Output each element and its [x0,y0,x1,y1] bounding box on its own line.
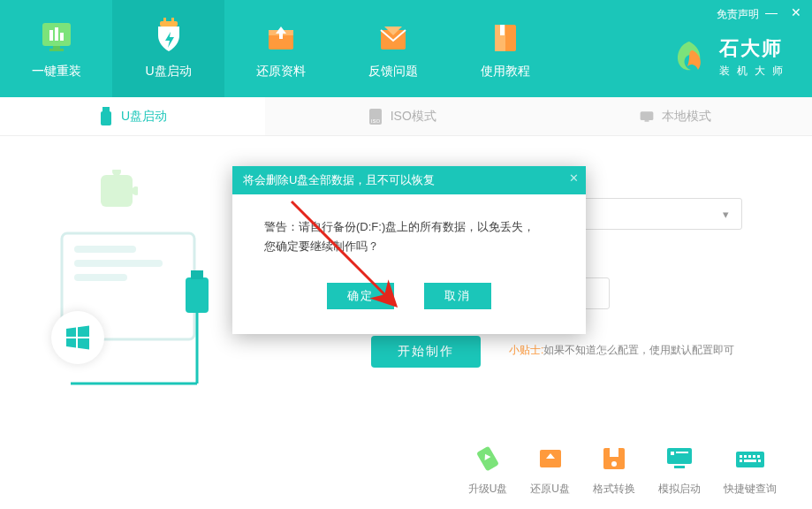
usb-icon [98,107,114,126]
nav-label: 一键重装 [32,64,81,80]
dialog-body: 警告：请自行备份(D:F:)盘上的所有数据，以免丢失， 您确定要继续制作吗？ [232,194,586,283]
subtab-iso[interactable]: ISO ISO模式 [265,97,539,135]
bottom-tools: 升级U盘 还原U盘 格式转换 模拟启动 快捷键查询 [0,429,812,509]
subtab-label: 本地模式 [662,109,711,125]
cancel-button[interactable]: 取消 [424,283,491,309]
svg-rect-20 [641,111,654,120]
svg-point-37 [611,461,617,467]
tool-label: 格式转换 [593,482,635,497]
tip-text: 小贴士:如果不知道怎么配置，使用默认配置即可 [509,343,734,358]
close-button[interactable]: ✕ [789,5,803,19]
svg-rect-1 [49,30,53,41]
nav-usb-boot[interactable]: U盘启动 [112,0,224,97]
confirm-dialog: 将会删除U盘全部数据，且不可以恢复 ✕ 警告：请自行备份(D:F:)盘上的所有数… [232,166,586,334]
svg-rect-40 [676,452,688,453]
svg-rect-5 [49,49,64,51]
nav-restore[interactable]: 还原资料 [224,0,337,97]
nav-label: 还原资料 [256,64,306,80]
svg-rect-26 [74,246,136,253]
usb-up-icon [470,443,505,475]
tip-prefix: 小贴士: [509,344,543,356]
svg-text:ISO: ISO [371,118,381,124]
svg-rect-15 [500,25,505,35]
svg-rect-48 [740,460,742,462]
svg-rect-11 [279,34,283,39]
start-button[interactable]: 开始制作 [371,336,481,368]
svg-rect-2 [55,27,58,41]
svg-rect-7 [163,18,166,22]
minimize-button[interactable]: — [764,5,778,19]
svg-rect-39 [671,452,674,455]
dialog-title-bar: 将会删除U盘全部数据，且不可以恢复 ✕ [232,166,586,194]
nav-label: 反馈问题 [368,64,418,80]
svg-rect-44 [744,455,747,458]
svg-rect-41 [674,466,685,468]
svg-rect-17 [101,111,111,125]
cancel-label: 取消 [444,288,471,304]
book-icon [486,18,525,57]
keyboard-icon [732,443,768,475]
tool-label: 还原U盘 [530,482,570,497]
iso-icon: ISO [368,107,383,126]
dialog-buttons: 确定 取消 [232,283,586,334]
svg-rect-21 [645,120,649,122]
ok-label: 确定 [347,288,374,304]
convert-icon [596,443,632,475]
svg-rect-46 [753,455,755,458]
brand-subtitle: 装机大师 [719,64,790,79]
subtab-usb[interactable]: U盘启动 [0,97,265,135]
window-controls: — ✕ [764,5,803,19]
start-button-label: 开始制作 [398,344,454,360]
nav-reinstall[interactable]: 一键重装 [0,0,112,97]
subtab-label: U盘启动 [121,109,167,125]
dialog-close-button[interactable]: ✕ [569,171,579,185]
nav-label: 使用教程 [481,64,530,80]
subtab-label: ISO模式 [391,109,436,125]
svg-rect-29 [186,277,209,313]
subtab-local[interactable]: 本地模式 [539,97,813,135]
svg-point-23 [112,170,121,176]
ok-button[interactable]: 确定 [327,283,394,309]
brand-title: 石大师 [719,35,790,62]
tool-restore[interactable]: 还原U盘 [530,443,570,497]
chart-icon [37,18,76,57]
svg-rect-45 [748,455,751,458]
restore-box-icon [533,443,568,475]
tool-label: 升级U盘 [468,482,508,497]
brand-logo-icon [670,38,709,77]
disclaimer-link[interactable]: 免责声明 [717,7,759,22]
svg-rect-6 [160,21,178,27]
tool-upgrade[interactable]: 升级U盘 [468,443,508,497]
svg-rect-38 [667,448,692,464]
tool-convert[interactable]: 格式转换 [593,443,635,497]
restore-icon [262,18,300,57]
dialog-warning-line1: 警告：请自行备份(D:F:)盘上的所有数据，以免丢失， [264,217,554,237]
nav-tutorial[interactable]: 使用教程 [449,0,561,97]
svg-point-24 [132,186,138,195]
windows-logo-icon [51,311,104,364]
mail-icon [374,18,413,57]
tip-body: 如果不知道怎么配置，使用默认配置即可 [543,344,734,356]
chevron-down-icon: ▾ [723,208,729,221]
svg-rect-43 [740,455,742,458]
header: 一键重装 U盘启动 还原资料 反馈问题 使用教程 免责声明 — ✕ 石大师 [0,0,812,97]
svg-rect-22 [101,175,133,207]
svg-rect-8 [171,18,174,22]
sub-tabs: U盘启动 ISO ISO模式 本地模式 [0,97,812,136]
svg-rect-28 [74,274,127,281]
svg-rect-27 [74,260,163,267]
shield-icon [149,18,188,57]
svg-rect-4 [53,46,60,49]
svg-rect-30 [191,270,203,279]
monitor-sim-icon [662,443,697,475]
nav-label: U盘启动 [145,64,191,80]
svg-rect-49 [744,460,756,462]
nav-feedback[interactable]: 反馈问题 [337,0,449,97]
tool-label: 模拟启动 [658,482,701,497]
puzzle-icon [95,170,138,212]
tool-simboot[interactable]: 模拟启动 [658,443,701,497]
monitor-icon [639,107,655,126]
svg-rect-36 [610,448,618,457]
tool-hotkey[interactable]: 快捷键查询 [724,443,777,497]
brand: 石大师 装机大师 [670,35,790,79]
